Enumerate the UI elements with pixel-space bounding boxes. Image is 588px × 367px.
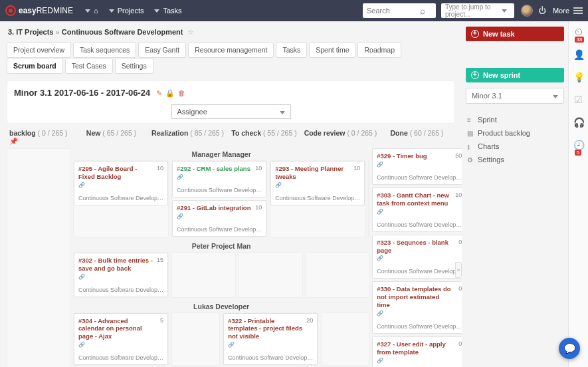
- col-header-backlog: backlog ( 0 / 265 ) 📌: [7, 129, 73, 146]
- edit-icon[interactable]: ✎: [156, 89, 162, 97]
- card-title: #327 - User edit - apply from template: [377, 340, 462, 356]
- lane-codereview[interactable]: [368, 160, 369, 237]
- new-sprint-button[interactable]: New sprint: [466, 68, 564, 82]
- link-icon: 🔗: [177, 213, 262, 219]
- nav-tasks-label: Tasks: [163, 7, 181, 15]
- task-card[interactable]: #295 - Agile Board - Fixed Backlog10🔗Con…: [74, 161, 168, 205]
- avatar[interactable]: [521, 5, 533, 17]
- tab-scrum-board[interactable]: Scrum board: [7, 58, 63, 74]
- col-header-new: New ( 65 / 265 ): [73, 129, 149, 146]
- link-icon: 🔗: [228, 342, 313, 348]
- sprint-select[interactable]: Minor 3.1: [466, 88, 564, 104]
- menu-sprint[interactable]: ≡Sprint: [466, 113, 564, 126]
- lane-realization[interactable]: #292 - CRM - sales plans10🔗Continuous So…: [171, 160, 267, 237]
- breadcrumb-parent[interactable]: IT Projects: [16, 28, 53, 36]
- collapse-handle[interactable]: »: [455, 262, 462, 278]
- lane-new[interactable]: #304 - Advanced calendar on personal pag…: [73, 312, 169, 366]
- assignee-label: Assignee: [177, 108, 207, 116]
- lane-new[interactable]: #295 - Agile Board - Fixed Backlog10🔗Con…: [73, 160, 169, 237]
- tab-task-sequences[interactable]: Task sequences: [73, 42, 136, 58]
- scrum-board: backlog ( 0 / 265 ) 📌 New ( 65 / 265 ) R…: [7, 129, 455, 367]
- lane-codereview[interactable]: [306, 252, 370, 298]
- assignee-select[interactable]: Assignee: [171, 104, 291, 119]
- lane-tocheck[interactable]: #322 - Printable templates - project fil…: [223, 312, 318, 366]
- gauge-icon[interactable]: ⏲38: [573, 27, 584, 37]
- nav-dropdown-tasks[interactable]: Tasks: [154, 7, 181, 15]
- bulb-icon[interactable]: 💡: [573, 72, 584, 82]
- plus-icon: [471, 30, 479, 38]
- top-navbar: easyREDMINE ⌂ Projects Tasks Type to jum…: [0, 0, 588, 21]
- menu-backlog[interactable]: ▤Product backlog: [466, 126, 564, 140]
- sprint-panel: Minor 3.1 2017-06-16 - 2017-06-24 ✎ 🔒 🗑 …: [7, 80, 455, 124]
- tab-easy-gantt[interactable]: Easy Gantt: [138, 42, 186, 58]
- task-card[interactable]: #303 - Gantt Chart - new task from conte…: [372, 187, 462, 232]
- lane-tocheck[interactable]: [239, 252, 303, 298]
- logo[interactable]: easyREDMINE: [5, 5, 73, 16]
- lane-realization[interactable]: [171, 252, 236, 298]
- logo-icon: [5, 5, 16, 16]
- card-project: Continuous Software Develop…: [177, 187, 262, 193]
- card-project: Continuous Software Develop…: [177, 226, 262, 233]
- task-card[interactable]: #292 - CRM - sales plans10🔗Continuous So…: [172, 161, 266, 197]
- star-icon[interactable]: [185, 28, 194, 36]
- breadcrumb: 3. IT Projects » Continuous Software Dev…: [8, 28, 455, 37]
- search-input[interactable]: [367, 7, 420, 15]
- done-lane[interactable]: #329 - Timer bug50🔗Continuous Software D…: [372, 148, 462, 367]
- menu-charts[interactable]: ⫿Charts: [466, 140, 564, 153]
- card-project: Continuous Software Develop…: [78, 287, 163, 293]
- sprint-title: Minor 3.1 2017-06-16 - 2017-06-24: [14, 88, 150, 98]
- power-icon[interactable]: [538, 6, 546, 15]
- badge: 38: [575, 37, 585, 43]
- lane-new[interactable]: #302 - Bulk time entries - save and go b…: [73, 252, 169, 298]
- tab-spent-time[interactable]: Spent time: [309, 42, 355, 58]
- nav-dropdown-projects[interactable]: Projects: [109, 7, 144, 15]
- clock-icon[interactable]: 🕘5: [573, 140, 584, 150]
- task-card[interactable]: #330 - Data templates do not import esti…: [372, 281, 462, 334]
- card-project: Continuous Software Develop…: [377, 221, 462, 228]
- project-jump[interactable]: Type to jump to project...: [441, 3, 514, 18]
- tab-tasks[interactable]: Tasks: [276, 42, 307, 58]
- tab-project-overview[interactable]: Project overview: [7, 42, 71, 58]
- tab-settings[interactable]: Settings: [115, 58, 153, 74]
- task-card[interactable]: #302 - Bulk time entries - save and go b…: [74, 253, 168, 297]
- task-card[interactable]: #304 - Advanced calendar on personal pag…: [74, 313, 168, 366]
- task-card[interactable]: #322 - Printable templates - project fil…: [223, 313, 318, 366]
- search-icon[interactable]: [420, 5, 425, 16]
- more-link[interactable]: More: [553, 7, 569, 15]
- chat-bubble[interactable]: [559, 338, 580, 359]
- right-iconbar: ⏲38 👤 💡 ☑ 🎧 🕘5: [568, 21, 588, 367]
- card-project: Continuous Software Develop…: [78, 354, 163, 361]
- search-box[interactable]: [363, 3, 436, 18]
- task-card[interactable]: #293 - Meeting Planner tweaks10🔗Continuo…: [270, 161, 365, 205]
- lane-realization[interactable]: [171, 312, 220, 366]
- swimlane-title: Peter Project Man: [73, 240, 369, 252]
- link-icon: 🔗: [377, 310, 462, 316]
- col-header-done: Done ( 60 / 265 ): [379, 129, 455, 146]
- right-sidebar: New task New sprint Minor 3.1 ≡Sprint ▤P…: [462, 21, 568, 367]
- headset-icon[interactable]: 🎧: [573, 117, 584, 128]
- hamburger-icon[interactable]: [573, 6, 583, 15]
- task-card[interactable]: #327 - User edit - apply from template0🔗…: [372, 336, 462, 367]
- card-points: 15: [157, 257, 163, 263]
- lane-codereview[interactable]: [321, 312, 369, 366]
- card-title: #303 - Gantt Chart - new task from conte…: [377, 191, 462, 207]
- task-card[interactable]: #323 - Sequnces - blank page0🔗Continuous…: [372, 235, 462, 279]
- card-points: 10: [353, 165, 360, 172]
- lane-tocheck[interactable]: #293 - Meeting Planner tweaks10🔗Continuo…: [270, 160, 365, 237]
- task-card[interactable]: #329 - Timer bug50🔗Continuous Software D…: [372, 148, 462, 185]
- user-icon[interactable]: 👤: [573, 49, 584, 60]
- link-icon: 🔗: [377, 162, 462, 168]
- tab-roadmap[interactable]: Roadmap: [357, 42, 401, 58]
- check-icon[interactable]: ☑: [573, 94, 584, 105]
- menu-settings[interactable]: ⚙Settings: [466, 153, 564, 166]
- nav-dropdown-home[interactable]: ⌂: [85, 7, 98, 15]
- task-card[interactable]: #291 - GitLab integration10🔗Continuous S…: [172, 200, 266, 237]
- lock-icon[interactable]: 🔒: [165, 89, 175, 97]
- breadcrumb-current[interactable]: Continuous Software Development: [62, 28, 183, 36]
- new-task-button[interactable]: New task: [466, 27, 564, 41]
- tab-test-cases[interactable]: Test Cases: [65, 58, 113, 74]
- tab-resource-management[interactable]: Resource management: [188, 42, 274, 58]
- backlog-lane[interactable]: [7, 148, 70, 367]
- card-points: 0: [458, 239, 462, 245]
- delete-icon[interactable]: 🗑: [178, 89, 185, 97]
